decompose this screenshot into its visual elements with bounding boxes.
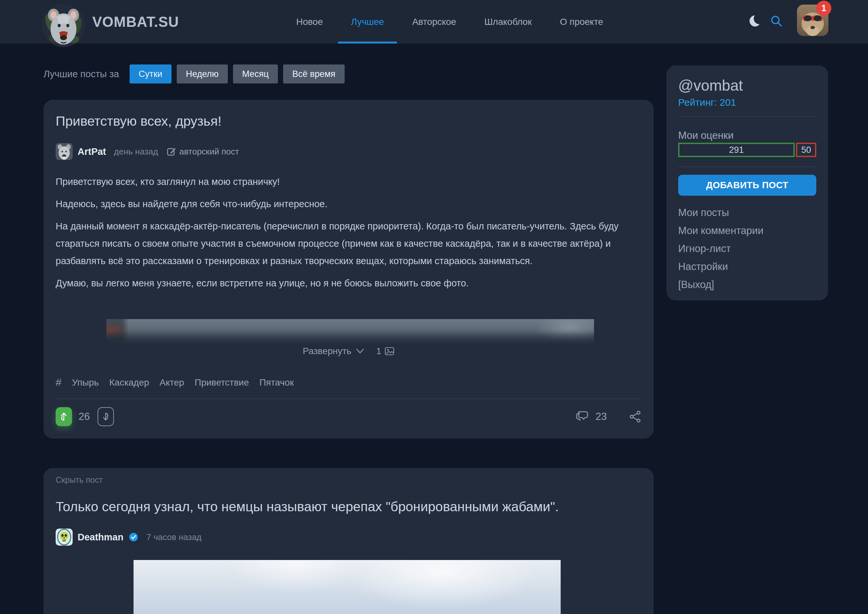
sidebar-link-settings[interactable]: Настройки [678,261,763,273]
downvote-button[interactable] [98,407,114,426]
nav-item-about[interactable]: О проекте [560,0,603,43]
comments-icon [576,411,591,423]
expand-post-control[interactable]: Развернуть 1 [43,344,654,358]
ratings-bar: 291 50 [678,143,816,157]
author-name[interactable]: ArtPat [78,146,106,157]
filter-day-button[interactable]: Сутки [130,65,172,84]
upvotes-received-box: 291 [678,143,795,157]
sidebar-rating[interactable]: Рейтинг: 201 [678,97,736,108]
post-footer: 26 23 [56,407,642,426]
filter-label: Лучшие посты за [43,69,119,79]
tag[interactable]: Каскадер [109,377,149,388]
divider [56,398,642,399]
sidebar-link-my-posts[interactable]: Мои посты [678,207,763,219]
tag[interactable]: Приветствие [195,377,249,388]
upvote-count: 26 [79,411,90,423]
post-card-1: Приветствую всех, друзья! ArtPat день на… [43,100,654,439]
upvote-button[interactable] [56,407,72,426]
post-author-row: Deathman 7 часов назад [56,529,202,546]
add-post-button[interactable]: ДОБАВИТЬ ПОСТ [678,175,816,196]
search-icon[interactable] [770,14,783,28]
filter-month-button[interactable]: Месяц [233,65,278,84]
downvotes-received-box: 50 [796,143,816,157]
tag[interactable]: Актер [160,377,184,388]
expand-label[interactable]: Развернуть [303,346,351,357]
downvote-arrow-icon [100,410,111,423]
share-icon [629,410,642,423]
sidebar-link-my-comments[interactable]: Мои комментарии [678,225,763,237]
verified-badge-icon [129,532,138,542]
nav-item-shlakoblok[interactable]: Шлакоблок [484,0,532,43]
paragraph: Думаю, вы легко меня узнаете, если встре… [56,274,642,292]
nav-item-best[interactable]: Лучшее [351,0,384,43]
edit-icon [167,147,177,157]
upvote-arrow-icon [58,410,70,423]
post-author-row: ArtPat день назад авторский пост [56,143,239,160]
notification-badge[interactable]: 1 [816,1,831,16]
sidebar-link-logout[interactable]: [Выход] [678,279,763,291]
media-count: 1 [376,346,394,357]
post-body: Приветствую всех, кто заглянул на мою ст… [56,173,642,297]
author-avatar[interactable] [56,143,73,160]
profile-sidebar: @vombat Рейтинг: 201 Мои оценки 291 50 Д… [666,65,828,301]
post-title[interactable]: Только сегодня узнал, что немцы называют… [56,499,559,515]
post-image[interactable] [133,560,561,614]
header: VOMBAT.SU Новое Лучшее Авторское Шлакобл… [0,0,868,43]
main-nav: Новое Лучшее Авторское Шлакоблок О проек… [296,0,603,43]
comments-count: 23 [596,411,607,423]
author-avatar[interactable] [56,529,73,546]
nav-item-new[interactable]: Новое [296,0,323,43]
divider [678,116,816,117]
hide-post-link[interactable]: Скрыть пост [56,475,103,485]
page: VOMBAT.SU Новое Лучшее Авторское Шлакобл… [0,0,868,614]
paragraph: Приветствую всех, кто заглянул на мою ст… [56,173,642,191]
tag[interactable]: Пятачок [259,377,294,388]
hash-icon: # [56,377,62,389]
paragraph: На данный момент я каскадёр-актёр-писате… [56,218,642,270]
share-button[interactable] [629,410,642,423]
post-card-2: Скрыть пост Только сегодня узнал, что не… [43,468,654,614]
site-logo[interactable] [42,4,85,47]
tag[interactable]: Упырь [72,377,99,388]
paragraph: Надеюсь, здесь вы найдете для себя что-н… [56,195,642,213]
theme-toggle-moon-icon[interactable] [750,16,761,26]
author-name[interactable]: Deathman [78,532,123,543]
active-tab-underline [338,42,397,43]
filter-alltime-button[interactable]: Всё время [283,65,345,84]
my-ratings-title: Мои оценки [678,130,733,141]
nav-item-authors[interactable]: Авторское [412,0,456,43]
image-icon [384,347,394,355]
post-time: день назад [114,147,158,157]
period-filter: Лучшие посты за Сутки Неделю Месяц Всё в… [43,65,350,84]
tags-row: # Упырь Каскадер Актер Приветствие Пятач… [56,377,294,389]
author-post-badge: авторский пост [167,147,239,157]
sidebar-username[interactable]: @vombat [678,77,743,94]
post-title[interactable]: Приветствую всех, друзья! [56,113,222,129]
sidebar-link-ignore-list[interactable]: Игнор-лист [678,243,763,254]
sidebar-links: Мои посты Мои комментарии Игнор-лист Нас… [678,207,763,291]
post-time: 7 часов назад [146,532,202,542]
collapsed-image-preview[interactable] [106,319,594,345]
chevron-down-icon [356,348,364,354]
brand-title: VOMBAT.SU [92,0,179,43]
comments-button[interactable]: 23 [576,411,607,423]
filter-week-button[interactable]: Неделю [177,65,228,84]
